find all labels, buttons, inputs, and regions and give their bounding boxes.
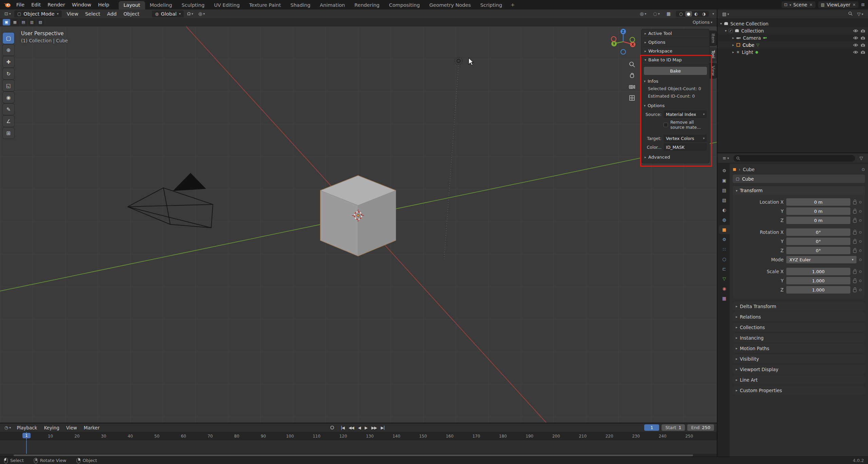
tab-rendering[interactable]: Rendering — [350, 1, 384, 9]
snap-magnet-toggle[interactable]: Ω ▾ — [185, 11, 195, 16]
camera-view-icon[interactable] — [628, 83, 636, 91]
properties-tab-material[interactable]: ◉ — [719, 284, 730, 293]
animate-dot-icon[interactable] — [859, 249, 862, 252]
playhead-current-frame[interactable]: 1 — [22, 433, 31, 438]
timeline-menu-item[interactable]: Marker — [80, 424, 103, 431]
ortho-toggle-icon[interactable] — [628, 94, 636, 102]
tab-texture-paint[interactable]: Texture Paint — [244, 1, 286, 9]
timeline-ruler[interactable]: 1 10203040506070809010011012013014015016… — [0, 432, 717, 440]
viewport-menu-item[interactable]: Select — [82, 11, 104, 17]
shading-solid-button[interactable]: ● — [685, 11, 692, 17]
properties-panel-header[interactable]: Visibility — [733, 354, 865, 363]
animate-dot-icon[interactable] — [859, 240, 862, 243]
tab-shading[interactable]: Shading — [285, 1, 315, 9]
tool-rotate[interactable]: ↻ — [3, 68, 14, 79]
disclosure-triangle-icon[interactable]: ▸ — [732, 43, 734, 47]
target-dropdown[interactable]: Vertex Colors ▾ — [664, 135, 707, 142]
viewlayer-selector[interactable]: ▧ ViewLayer × — [818, 1, 859, 8]
scene-clear-button[interactable]: × — [809, 2, 813, 7]
disable-render-camera-icon[interactable] — [861, 29, 865, 33]
select-mode-extend[interactable]: ▦ — [11, 19, 19, 25]
outliner-search-icon[interactable] — [848, 11, 853, 17]
lock-icon[interactable] — [853, 280, 856, 283]
disable-render-camera-icon[interactable] — [861, 50, 865, 54]
properties-panel-header[interactable]: Custom Properties — [733, 386, 865, 395]
lock-icon[interactable] — [853, 201, 856, 204]
rotation-y-field[interactable]: 0° — [786, 238, 850, 245]
properties-tab-output[interactable]: ▤ — [719, 186, 730, 195]
n-panel-tab-view[interactable]: View — [710, 63, 717, 79]
zoom-icon[interactable] — [628, 60, 636, 68]
advanced-section-header[interactable]: Advanced — [644, 153, 707, 161]
outliner-row-light[interactable]: ▸ ☀ Light ● — [717, 48, 868, 56]
proportional-editing-dropdown[interactable]: ◎ ▾ — [197, 11, 206, 16]
disclosure-triangle-icon[interactable]: ▸ — [732, 36, 734, 40]
outliner-filter-icon[interactable]: ▽ ▾ — [855, 12, 865, 17]
object-name-field[interactable]: ▢ Cube — [733, 175, 865, 183]
next-keyframe-button[interactable]: ▶▶ — [369, 425, 379, 430]
properties-editor-type-icon[interactable]: ≡ ▾ — [721, 156, 731, 161]
shading-wireframe-button[interactable]: ○ — [677, 11, 684, 17]
properties-tab-data[interactable]: ▽ — [719, 274, 730, 283]
properties-panel-header[interactable]: Instancing — [733, 333, 865, 342]
properties-panel-header[interactable]: Delta Transform — [733, 302, 865, 311]
prev-keyframe-button[interactable]: ◀◀ — [347, 425, 356, 430]
mode-selector-dropdown[interactable]: ▢ Object Mode ▾ — [14, 11, 62, 17]
viewport-options-dropdown[interactable]: Options ▾ — [691, 20, 714, 25]
play-reverse-button[interactable]: ◀ — [356, 425, 363, 430]
properties-panel-header[interactable]: Collections — [733, 323, 865, 332]
tool-annotate[interactable]: ✎ — [3, 104, 14, 115]
lock-icon[interactable] — [853, 210, 856, 214]
jump-to-end-button[interactable]: ▶| — [379, 425, 387, 430]
topbar-menu-item[interactable]: Edit — [28, 1, 44, 8]
properties-search-input[interactable] — [733, 155, 855, 162]
source-dropdown[interactable]: Material Index ▾ — [664, 110, 707, 118]
properties-tab-view-layer[interactable]: ▧ — [719, 196, 730, 205]
disable-render-camera-icon[interactable] — [861, 43, 865, 47]
lock-icon[interactable] — [853, 220, 856, 223]
tab-sculpting[interactable]: Sculpting — [177, 1, 209, 9]
auto-keying-toggle[interactable] — [330, 426, 334, 429]
timeline-menu-item[interactable]: Playback — [13, 424, 40, 431]
properties-tab-world[interactable]: ◍ — [719, 215, 730, 224]
tool-cursor[interactable]: ⊕ — [3, 44, 14, 56]
timeline-menu-item[interactable]: Keying — [41, 424, 63, 431]
outliner-editor-type-icon[interactable]: ▤ ▾ — [721, 12, 731, 17]
gizmos-dropdown[interactable]: ◎ ▾ — [638, 11, 648, 16]
transform-panel-header[interactable]: Transform — [733, 186, 865, 195]
scene-selector[interactable]: ⊡ ▾ Scene × — [782, 1, 815, 8]
properties-panel-header[interactable]: Line Art — [733, 375, 865, 384]
orientation-dropdown[interactable]: ◍ Global ▾ — [152, 11, 184, 17]
breadcrumb-object-name[interactable]: Cube — [743, 167, 755, 172]
timeline-scrollbar[interactable] — [0, 454, 717, 457]
rotation-mode-dropdown[interactable]: XYZ Euler▾ — [786, 256, 856, 263]
outliner-row-collection[interactable]: ▾ ✓ Collection — [717, 27, 868, 34]
timeline-menu-item[interactable]: View — [63, 424, 80, 431]
tool-measure[interactable]: ∠ — [3, 116, 14, 127]
animate-dot-icon[interactable] — [859, 289, 862, 291]
rotation-x-field[interactable]: 0° — [786, 228, 850, 236]
lock-icon[interactable] — [853, 250, 856, 253]
play-button[interactable]: ▶ — [363, 425, 370, 430]
viewlayer-clear-button[interactable]: × — [852, 2, 856, 7]
select-mode-new[interactable]: ▣ — [3, 19, 10, 25]
overlays-dropdown[interactable]: ◌ ▾ — [651, 11, 661, 16]
topbar-menu-item[interactable]: Help — [95, 1, 113, 8]
n-panel-tab-tool[interactable]: Tool — [710, 47, 717, 61]
properties-panel-header[interactable]: Motion Paths — [733, 344, 865, 353]
navigation-gizmo[interactable]: Z X Y — [608, 26, 638, 58]
n-panel-section-header[interactable]: Workspace — [642, 47, 709, 56]
disable-render-camera-icon[interactable] — [861, 36, 865, 40]
blender-logo[interactable] — [3, 2, 11, 7]
tool-move[interactable]: ✚ — [3, 56, 14, 67]
select-mode-subtract[interactable]: ▤ — [20, 19, 27, 25]
editor-type-icon[interactable]: ⊡ ▾ — [3, 11, 13, 16]
tab-geometry-nodes[interactable]: Geometry Nodes — [425, 1, 475, 9]
properties-tab-particles[interactable]: ∷ — [719, 245, 730, 254]
shading-dropdown[interactable]: ▾ — [712, 12, 714, 16]
tab-modeling[interactable]: Modeling — [145, 1, 177, 9]
scale-z-field[interactable]: 1.000 — [786, 286, 850, 294]
tool-transform[interactable]: ◉ — [3, 92, 14, 103]
shading-rendered-button[interactable]: ◑ — [700, 11, 707, 17]
animate-dot-icon[interactable] — [859, 219, 862, 222]
